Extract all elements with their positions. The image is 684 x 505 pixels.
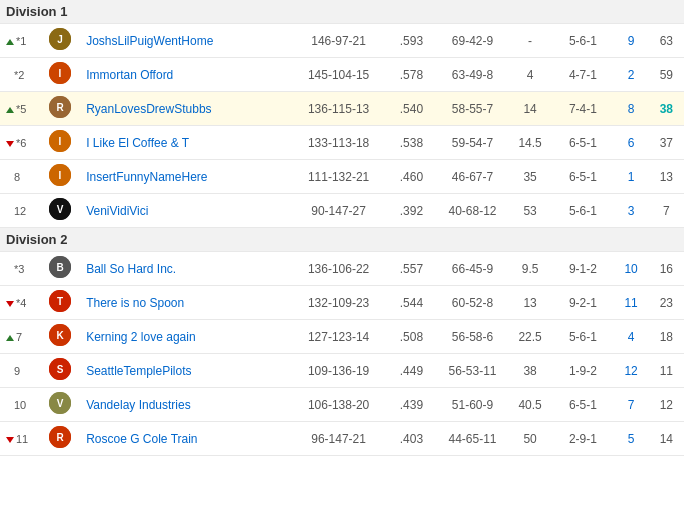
streak-cell: 56-53-11 bbox=[437, 354, 508, 388]
team-name-link[interactable]: Vandelay Industries bbox=[86, 398, 191, 412]
rank-down-arrow bbox=[6, 141, 14, 147]
table-row: 10 V Vandelay Industries106-138-20.43951… bbox=[0, 388, 684, 422]
team-avatar-cell: K bbox=[40, 320, 80, 354]
rank-cell: *5 bbox=[0, 92, 40, 126]
rank-number: *3 bbox=[14, 263, 24, 275]
avatar: R bbox=[49, 96, 71, 118]
gb-cell: 53 bbox=[508, 194, 553, 228]
gb-cell: 22.5 bbox=[508, 320, 553, 354]
rank-down-arrow bbox=[6, 301, 14, 307]
team-avatar-cell: I bbox=[40, 58, 80, 92]
team-name-cell[interactable]: VeniVidiVici bbox=[80, 194, 291, 228]
team-avatar-cell: R bbox=[40, 422, 80, 456]
svg-text:S: S bbox=[57, 364, 64, 375]
points-cell: 11 bbox=[649, 354, 684, 388]
record-cell: 133-113-18 bbox=[292, 126, 386, 160]
team-name-link[interactable]: InsertFunnyNameHere bbox=[86, 170, 207, 184]
gb-cell: 14 bbox=[508, 92, 553, 126]
team-name-link[interactable]: RyanLovesDrewStubbs bbox=[86, 102, 211, 116]
team-name-link[interactable]: VeniVidiVici bbox=[86, 204, 148, 218]
streak-number-cell: 2 bbox=[613, 58, 648, 92]
rank-number: 9 bbox=[14, 365, 20, 377]
avatar: K bbox=[49, 324, 71, 346]
svg-text:I: I bbox=[59, 68, 62, 79]
gb-cell: 14.5 bbox=[508, 126, 553, 160]
division-title-1: Division 1 bbox=[0, 0, 684, 24]
pct-cell: .538 bbox=[386, 126, 438, 160]
rank-number: *5 bbox=[16, 103, 26, 115]
points-cell: 59 bbox=[649, 58, 684, 92]
rank-cell: 11 bbox=[0, 422, 40, 456]
pct-cell: .557 bbox=[386, 252, 438, 286]
team-name-cell[interactable]: There is no Spoon bbox=[80, 286, 291, 320]
team-name-link[interactable]: I Like El Coffee & T bbox=[86, 136, 189, 150]
pct-cell: .439 bbox=[386, 388, 438, 422]
team-name-link[interactable]: Ball So Hard Inc. bbox=[86, 262, 176, 276]
avatar: T bbox=[49, 290, 71, 312]
division-header-2: Division 2 bbox=[0, 228, 684, 252]
team-name-cell[interactable]: SeattleTemplePilots bbox=[80, 354, 291, 388]
table-row: *3 B Ball So Hard Inc.136-106-22.55766-4… bbox=[0, 252, 684, 286]
rank-cell: *6 bbox=[0, 126, 40, 160]
table-row: 11 R Roscoe G Cole Train96-147-21.40344-… bbox=[0, 422, 684, 456]
points-cell: 23 bbox=[649, 286, 684, 320]
team-name-link[interactable]: Immortan Offord bbox=[86, 68, 173, 82]
pct-cell: .578 bbox=[386, 58, 438, 92]
div-record-cell: 9-2-1 bbox=[552, 286, 613, 320]
team-name-cell[interactable]: RyanLovesDrewStubbs bbox=[80, 92, 291, 126]
streak-cell: 44-65-11 bbox=[437, 422, 508, 456]
pct-cell: .449 bbox=[386, 354, 438, 388]
team-name-cell[interactable]: Kerning 2 love again bbox=[80, 320, 291, 354]
streak-number-cell: 8 bbox=[613, 92, 648, 126]
team-name-link[interactable]: Kerning 2 love again bbox=[86, 330, 195, 344]
team-name-link[interactable]: SeattleTemplePilots bbox=[86, 364, 191, 378]
table-row: *4 T There is no Spoon132-109-23.54460-5… bbox=[0, 286, 684, 320]
rank-number: 7 bbox=[16, 331, 22, 343]
rank-cell: 10 bbox=[0, 388, 40, 422]
team-name-cell[interactable]: InsertFunnyNameHere bbox=[80, 160, 291, 194]
div-record-cell: 6-5-1 bbox=[552, 126, 613, 160]
avatar: R bbox=[49, 426, 71, 448]
record-cell: 127-123-14 bbox=[292, 320, 386, 354]
streak-cell: 40-68-12 bbox=[437, 194, 508, 228]
team-name-link[interactable]: There is no Spoon bbox=[86, 296, 184, 310]
rank-down-arrow bbox=[6, 437, 14, 443]
team-name-cell[interactable]: Vandelay Industries bbox=[80, 388, 291, 422]
team-name-cell[interactable]: I Like El Coffee & T bbox=[80, 126, 291, 160]
streak-cell: 59-54-7 bbox=[437, 126, 508, 160]
streak-number-cell: 9 bbox=[613, 24, 648, 58]
streak-cell: 46-67-7 bbox=[437, 160, 508, 194]
svg-text:K: K bbox=[57, 330, 65, 341]
svg-text:B: B bbox=[57, 262, 64, 273]
team-name-link[interactable]: JoshsLilPuigWentHome bbox=[86, 34, 213, 48]
pct-cell: .403 bbox=[386, 422, 438, 456]
div-record-cell: 2-9-1 bbox=[552, 422, 613, 456]
points-cell: 7 bbox=[649, 194, 684, 228]
team-name-cell[interactable]: Immortan Offord bbox=[80, 58, 291, 92]
div-record-cell: 5-6-1 bbox=[552, 194, 613, 228]
streak-number-cell: 12 bbox=[613, 354, 648, 388]
pct-cell: .460 bbox=[386, 160, 438, 194]
div-record-cell: 9-1-2 bbox=[552, 252, 613, 286]
record-cell: 145-104-15 bbox=[292, 58, 386, 92]
team-name-link[interactable]: Roscoe G Cole Train bbox=[86, 432, 197, 446]
div-record-cell: 5-6-1 bbox=[552, 320, 613, 354]
gb-cell: 35 bbox=[508, 160, 553, 194]
pct-cell: .392 bbox=[386, 194, 438, 228]
gb-cell: 40.5 bbox=[508, 388, 553, 422]
streak-cell: 69-42-9 bbox=[437, 24, 508, 58]
team-name-cell[interactable]: Ball So Hard Inc. bbox=[80, 252, 291, 286]
streak-number-cell: 5 bbox=[613, 422, 648, 456]
streak-cell: 56-58-6 bbox=[437, 320, 508, 354]
rank-number: 12 bbox=[14, 205, 26, 217]
team-name-cell[interactable]: JoshsLilPuigWentHome bbox=[80, 24, 291, 58]
team-avatar-cell: V bbox=[40, 194, 80, 228]
gb-cell: 9.5 bbox=[508, 252, 553, 286]
table-row: 9 S SeattleTemplePilots109-136-19.44956-… bbox=[0, 354, 684, 388]
team-name-cell[interactable]: Roscoe G Cole Train bbox=[80, 422, 291, 456]
points-cell: 12 bbox=[649, 388, 684, 422]
rank-up-arrow bbox=[6, 39, 14, 45]
team-avatar-cell: B bbox=[40, 252, 80, 286]
record-cell: 146-97-21 bbox=[292, 24, 386, 58]
rank-number: *6 bbox=[16, 137, 26, 149]
